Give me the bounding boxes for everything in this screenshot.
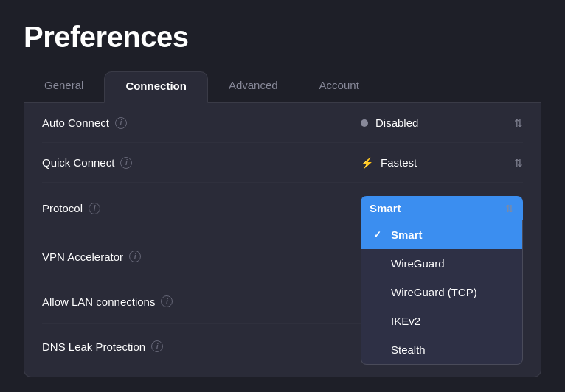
vpn-accelerator-label: VPN Accelerator i (42, 251, 141, 263)
protocol-option-wireguard-tcp[interactable]: ✓ WireGuard (TCP) (361, 278, 522, 307)
tab-general[interactable]: General (24, 71, 104, 102)
auto-connect-control[interactable]: Disabled ⇅ (361, 116, 523, 129)
allow-lan-label: Allow LAN connections i (42, 295, 173, 308)
auto-connect-row: Auto Connect i Disabled ⇅ (42, 103, 523, 143)
protocol-dropdown-menu: ✓ Smart ✓ WireGuard ✓ WireGuard (TCP) ✓ … (361, 220, 523, 365)
tab-advanced[interactable]: Advanced (208, 71, 299, 102)
page-title: Preferences (24, 21, 541, 54)
vpn-accelerator-info-icon[interactable]: i (129, 251, 141, 262)
allow-lan-info-icon[interactable]: i (161, 295, 173, 307)
dns-leak-label: DNS Leak Protection i (42, 340, 163, 353)
quick-connect-row: Quick Connect i ⚡ Fastest ⇅ (42, 143, 523, 183)
protocol-option-wireguard[interactable]: ✓ WireGuard (361, 249, 522, 278)
content-area: Auto Connect i Disabled ⇅ Quick Connect … (24, 103, 541, 377)
auto-connect-select[interactable]: Disabled ⇅ (361, 116, 523, 129)
auto-connect-chevron-icon: ⇅ (514, 117, 523, 129)
lightning-icon: ⚡ (361, 157, 373, 169)
quick-connect-chevron-icon: ⇅ (514, 157, 523, 169)
protocol-dropdown-trigger[interactable]: Smart ⇅ (361, 196, 523, 220)
protocol-option-stealth[interactable]: ✓ Stealth (361, 335, 522, 364)
tab-connection[interactable]: Connection (104, 71, 208, 103)
app-container: Preferences General Connection Advanced … (0, 0, 565, 392)
quick-connect-control[interactable]: ⚡ Fastest ⇅ (361, 156, 523, 169)
protocol-label: Protocol i (42, 202, 100, 214)
protocol-control[interactable]: Smart ⇅ ✓ Smart ✓ WireGuard ✓ WireGuard … (361, 196, 523, 220)
protocol-info-icon[interactable]: i (89, 203, 100, 214)
check-icon: ✓ (373, 229, 385, 240)
tab-account[interactable]: Account (299, 71, 380, 102)
quick-connect-select[interactable]: ⚡ Fastest ⇅ (361, 156, 523, 169)
auto-connect-info-icon[interactable]: i (115, 117, 127, 129)
protocol-row: Protocol i Smart ⇅ ✓ Smart ✓ WireGuard (42, 183, 523, 234)
disabled-dot (361, 119, 368, 127)
quick-connect-info-icon[interactable]: i (120, 157, 132, 169)
protocol-chevron-icon: ⇅ (505, 203, 514, 214)
quick-connect-label: Quick Connect i (42, 156, 132, 169)
tabs-bar: General Connection Advanced Account (24, 71, 541, 103)
protocol-option-smart[interactable]: ✓ Smart (361, 220, 522, 249)
protocol-option-ikev2[interactable]: ✓ IKEv2 (361, 307, 522, 335)
dns-leak-info-icon[interactable]: i (151, 340, 163, 352)
auto-connect-label: Auto Connect i (42, 116, 127, 129)
